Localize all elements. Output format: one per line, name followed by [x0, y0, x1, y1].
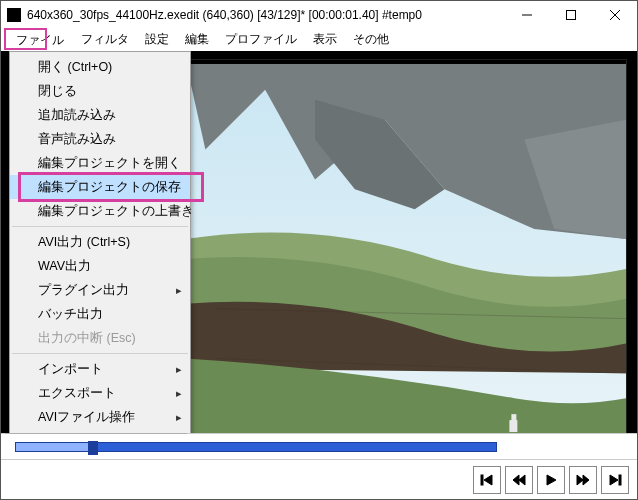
menu-item[interactable]: 編集プロジェクトの保存	[10, 175, 190, 199]
menu-item[interactable]: 編集プロジェクトを開く	[10, 151, 190, 175]
menu-3[interactable]: 編集	[177, 29, 217, 52]
minimize-button[interactable]	[505, 1, 549, 29]
menu-separator	[12, 353, 188, 354]
seek-track[interactable]	[15, 442, 497, 452]
svg-rect-1	[567, 11, 576, 20]
svg-marker-20	[610, 475, 618, 485]
svg-marker-15	[513, 475, 519, 485]
menu-item[interactable]: 編集プロジェクトの上書き	[10, 199, 190, 223]
svg-marker-18	[577, 475, 583, 485]
step-back-button[interactable]	[505, 466, 533, 494]
svg-rect-13	[481, 475, 483, 485]
menubar: ファイルフィルタ設定編集プロファイル表示その他	[1, 29, 637, 51]
menu-item[interactable]: エクスポート	[10, 381, 190, 405]
seek-progress	[16, 443, 88, 451]
menu-item[interactable]: 音声読み込み	[10, 127, 190, 151]
window-title: 640x360_30fps_44100Hz.exedit (640,360) […	[27, 8, 505, 22]
menu-item[interactable]: プラグイン出力	[10, 278, 190, 302]
maximize-button[interactable]	[549, 1, 593, 29]
menu-item[interactable]: インポート	[10, 357, 190, 381]
menu-separator	[12, 226, 188, 227]
menu-item[interactable]: WAV出力	[10, 254, 190, 278]
workspace: 開く (Ctrl+O)閉じる追加読み込み音声読み込み編集プロジェクトを開く編集プ…	[1, 51, 637, 433]
play-button[interactable]	[537, 466, 565, 494]
timeline	[1, 433, 637, 459]
svg-marker-14	[484, 475, 492, 485]
svg-marker-16	[519, 475, 525, 485]
player-controls	[1, 459, 637, 499]
menu-5[interactable]: 表示	[305, 29, 345, 52]
skip-start-button[interactable]	[473, 466, 501, 494]
menu-item[interactable]: AVI出力 (Ctrl+S)	[10, 230, 190, 254]
menu-6[interactable]: その他	[345, 29, 397, 52]
file-dropdown-menu: 開く (Ctrl+O)閉じる追加読み込み音声読み込み編集プロジェクトを開く編集プ…	[9, 51, 191, 433]
menu-1[interactable]: フィルタ	[73, 29, 137, 52]
menu-item: 出力の中断 (Esc)	[10, 326, 190, 350]
svg-rect-10	[511, 414, 516, 422]
menu-item[interactable]: 閉じる	[10, 79, 190, 103]
menu-item[interactable]: 追加読み込み	[10, 103, 190, 127]
app-icon	[7, 8, 21, 22]
menu-item[interactable]: AVIファイル操作	[10, 405, 190, 429]
svg-marker-19	[583, 475, 589, 485]
svg-rect-21	[619, 475, 621, 485]
svg-marker-17	[547, 475, 556, 485]
menu-item[interactable]: バッチ出力	[10, 302, 190, 326]
skip-end-button[interactable]	[601, 466, 629, 494]
close-button[interactable]	[593, 1, 637, 29]
annotation-box-save-project	[18, 172, 204, 202]
menu-2[interactable]: 設定	[137, 29, 177, 52]
step-forward-button[interactable]	[569, 466, 597, 494]
titlebar: 640x360_30fps_44100Hz.exedit (640,360) […	[1, 1, 637, 29]
seek-thumb[interactable]	[88, 441, 98, 455]
menu-0[interactable]: ファイル	[7, 29, 73, 52]
menu-item[interactable]: 開く (Ctrl+O)	[10, 55, 190, 79]
menu-item[interactable]: 最近使ったファイル	[10, 429, 190, 433]
menu-4[interactable]: プロファイル	[217, 29, 305, 52]
